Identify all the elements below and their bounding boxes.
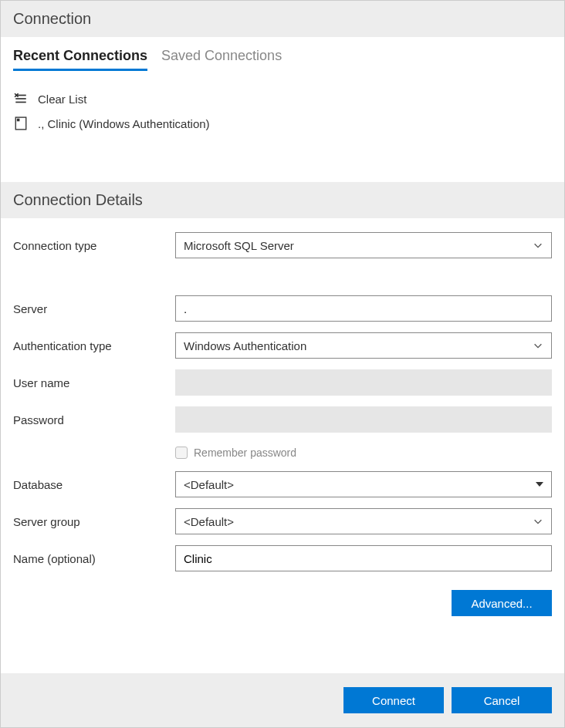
auth-type-value: Windows Authentication <box>184 339 306 352</box>
cancel-button[interactable]: Cancel <box>452 687 552 713</box>
username-input <box>175 369 552 396</box>
chevron-down-icon <box>533 340 543 351</box>
connection-type-select[interactable]: Microsoft SQL Server <box>175 232 552 258</box>
connection-header: Connection <box>1 1 564 37</box>
password-input <box>175 406 552 433</box>
clear-list-label: Clear List <box>38 93 86 106</box>
remember-password-label: Remember password <box>194 447 296 459</box>
server-group-select[interactable]: <Default> <box>175 508 552 534</box>
remember-password-row: Remember password <box>175 443 552 460</box>
name-optional-label: Name (optional) <box>13 552 175 565</box>
auth-type-select[interactable]: Windows Authentication <box>175 332 552 359</box>
chevron-down-icon <box>533 240 543 251</box>
dialog-footer: Connect Cancel <box>1 673 564 727</box>
database-label: Database <box>13 478 175 491</box>
connection-type-label: Connection type <box>13 239 175 252</box>
advanced-button[interactable]: Advanced... <box>452 590 552 616</box>
server-group-value: <Default> <box>184 515 234 528</box>
clear-list-icon <box>13 91 29 106</box>
clear-list-button[interactable]: Clear List <box>13 86 552 111</box>
server-input[interactable] <box>175 295 552 322</box>
recent-connection-label: ., Clinic (Windows Authentication) <box>38 117 210 130</box>
recent-connections-list: Clear List ., Clinic (Windows Authentica… <box>1 71 564 182</box>
triangle-down-icon <box>536 482 543 487</box>
connection-type-value: Microsoft SQL Server <box>184 239 294 252</box>
tab-saved-connections[interactable]: Saved Connections <box>161 48 282 71</box>
recent-connection-item[interactable]: ., Clinic (Windows Authentication) <box>13 111 552 136</box>
database-combobox[interactable]: <Default> <box>175 471 552 497</box>
connection-details-body: Connection type Microsoft SQL Server Ser… <box>1 218 564 624</box>
tabs: Recent Connections Saved Connections <box>1 37 564 71</box>
username-label: User name <box>13 376 175 389</box>
tab-recent-connections[interactable]: Recent Connections <box>13 48 147 71</box>
remember-password-checkbox[interactable] <box>175 447 188 459</box>
connection-details-header: Connection Details <box>1 182 564 218</box>
password-label: Password <box>13 413 175 426</box>
connect-button[interactable]: Connect <box>343 687 444 713</box>
server-label: Server <box>13 302 175 315</box>
chevron-down-icon <box>533 516 543 527</box>
server-icon <box>13 116 29 131</box>
svg-rect-6 <box>18 119 19 120</box>
name-optional-input[interactable] <box>175 545 552 571</box>
auth-type-label: Authentication type <box>13 339 175 352</box>
database-value: <Default> <box>184 478 234 491</box>
server-group-label: Server group <box>13 515 175 528</box>
